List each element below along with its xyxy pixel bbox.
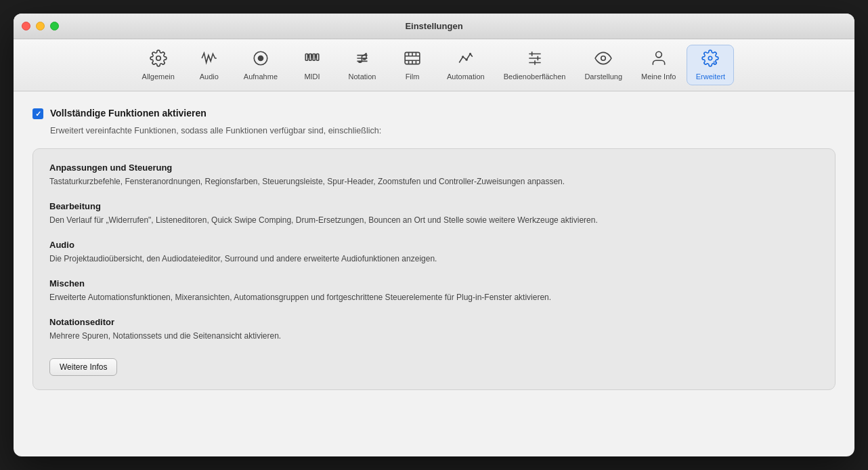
tab-allgemein-label: Allgemein bbox=[142, 72, 175, 81]
main-content: Vollständige Funktionen aktivieren Erwei… bbox=[14, 91, 854, 456]
tab-notation[interactable]: Notation bbox=[339, 45, 386, 85]
tab-automation[interactable]: Automation bbox=[439, 45, 493, 85]
tab-darstellung-label: Darstellung bbox=[584, 72, 622, 81]
midi-icon bbox=[303, 49, 321, 70]
feature-mischen-desc: Erweiterte Automationsfunktionen, Mixera… bbox=[49, 291, 819, 303]
svg-point-26 bbox=[462, 56, 464, 58]
feature-bearbeitung-desc: Den Verlauf für „Widerrufen", Listenedit… bbox=[49, 214, 819, 226]
tab-allgemein[interactable]: Allgemein bbox=[134, 45, 183, 85]
tab-automation-label: Automation bbox=[447, 72, 485, 81]
tab-midi[interactable]: MIDI bbox=[288, 45, 336, 85]
svg-rect-7 bbox=[307, 54, 309, 58]
feature-notationseditor-title: Notationseditor bbox=[49, 317, 819, 327]
toolbar: Allgemein Audio Aufnahme bbox=[14, 39, 854, 91]
close-button[interactable] bbox=[22, 22, 30, 30]
svg-point-15 bbox=[363, 58, 366, 60]
tab-film[interactable]: Film bbox=[389, 45, 436, 85]
tab-midi-label: MIDI bbox=[304, 72, 320, 81]
more-info-button[interactable]: Weitere Infos bbox=[49, 358, 117, 376]
feature-notationseditor: Notationseditor Mehrere Spuren, Notation… bbox=[49, 317, 819, 342]
tab-erweitert-label: Erweitert bbox=[696, 72, 725, 81]
traffic-lights bbox=[22, 22, 59, 30]
feature-notationseditor-desc: Mehrere Spuren, Notationssets und die Se… bbox=[49, 330, 819, 342]
feature-bearbeitung: Bearbeitung Den Verlauf für „Widerrufen"… bbox=[49, 201, 819, 226]
tab-audio[interactable]: Audio bbox=[186, 45, 233, 85]
feature-box: Anpassungen und Steuerung Tastaturkurzbe… bbox=[32, 148, 836, 390]
vollstandige-funktionen-row: Vollständige Funktionen aktivieren bbox=[32, 108, 836, 119]
svg-rect-6 bbox=[317, 54, 319, 61]
svg-point-36 bbox=[655, 51, 661, 58]
gear-advanced-icon bbox=[701, 49, 719, 70]
feature-audio-title: Audio bbox=[49, 240, 819, 250]
vollstandige-funktionen-checkbox[interactable] bbox=[32, 108, 43, 119]
tab-bedienoberflachen-label: Bedienoberflächen bbox=[504, 72, 566, 81]
tab-aufnahme-label: Aufnahme bbox=[244, 72, 278, 81]
feature-mischen: Mischen Erweiterte Automationsfunktionen… bbox=[49, 278, 819, 303]
notation-icon bbox=[353, 49, 371, 70]
feature-mischen-title: Mischen bbox=[49, 278, 819, 289]
gear-icon bbox=[150, 49, 167, 70]
svg-point-13 bbox=[358, 61, 362, 63]
tab-audio-label: Audio bbox=[200, 72, 219, 81]
feature-audio: Audio Die Projektaudioübersicht, den Aud… bbox=[49, 240, 819, 265]
film-icon bbox=[404, 49, 421, 70]
tab-bedienoberflachen[interactable]: Bedienoberflächen bbox=[496, 45, 574, 85]
waveform-icon bbox=[200, 49, 218, 70]
sliders-icon bbox=[526, 49, 544, 70]
svg-point-2 bbox=[258, 56, 264, 62]
svg-rect-9 bbox=[315, 54, 316, 58]
title-bar: Einstellungen bbox=[14, 14, 854, 39]
automation-icon bbox=[457, 49, 475, 70]
settings-window: Einstellungen Allgemein Audio Aufnahme bbox=[14, 14, 854, 456]
tab-meine-info[interactable]: Meine Info bbox=[633, 45, 684, 85]
tab-aufnahme[interactable]: Aufnahme bbox=[236, 45, 286, 85]
svg-point-28 bbox=[469, 53, 471, 55]
feature-bearbeitung-title: Bearbeitung bbox=[49, 201, 819, 211]
svg-point-37 bbox=[709, 56, 712, 60]
svg-point-27 bbox=[465, 59, 467, 61]
vollstandige-funktionen-label: Vollständige Funktionen aktivieren bbox=[50, 108, 207, 119]
tab-erweitert[interactable]: Erweitert bbox=[687, 45, 734, 85]
tab-notation-label: Notation bbox=[349, 72, 376, 81]
person-icon bbox=[650, 49, 668, 70]
record-icon bbox=[252, 49, 269, 70]
svg-rect-8 bbox=[311, 54, 312, 58]
feature-audio-desc: Die Projektaudioübersicht, den Audiodate… bbox=[49, 253, 819, 265]
feature-anpassungen-title: Anpassungen und Steuerung bbox=[49, 163, 819, 173]
checkbox-description: Erweitert vereinfachte Funktionen, sodas… bbox=[50, 125, 836, 137]
more-info-container: Weitere Infos bbox=[49, 356, 819, 376]
eye-icon bbox=[594, 49, 612, 70]
tab-darstellung[interactable]: Darstellung bbox=[576, 45, 630, 85]
feature-anpassungen: Anpassungen und Steuerung Tastaturkurzbe… bbox=[49, 163, 819, 188]
svg-point-39 bbox=[714, 62, 716, 63]
tab-film-label: Film bbox=[406, 72, 420, 81]
feature-anpassungen-desc: Tastaturkurzbefehle, Fensteranordnungen,… bbox=[49, 175, 819, 188]
window-title: Einstellungen bbox=[405, 21, 462, 31]
tab-meine-info-label: Meine Info bbox=[641, 72, 676, 81]
minimize-button[interactable] bbox=[36, 22, 45, 30]
svg-point-35 bbox=[601, 56, 606, 61]
maximize-button[interactable] bbox=[50, 22, 59, 30]
svg-point-0 bbox=[156, 56, 160, 61]
